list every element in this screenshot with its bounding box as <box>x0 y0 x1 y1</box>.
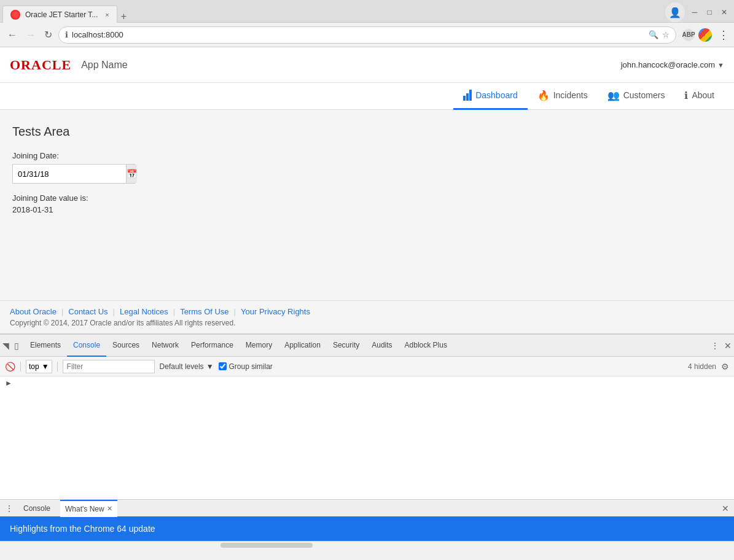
user-dropdown-arrow[interactable]: ▼ <box>717 61 724 69</box>
joining-date-input[interactable] <box>13 167 126 181</box>
address-icons: 🔍 ☆ <box>649 30 670 39</box>
tab-close-button[interactable]: × <box>105 11 109 18</box>
footer-link-terms-of-use[interactable]: Terms Of Use <box>180 307 228 316</box>
default-levels-label: Default levels <box>160 362 204 371</box>
nav-about-label: About <box>692 90 714 100</box>
secure-icon: ℹ <box>65 30 68 39</box>
abp-extension[interactable]: ABP <box>682 29 695 41</box>
nav-dashboard-label: Dashboard <box>475 90 518 100</box>
devtools-tab-console[interactable]: Console <box>67 335 106 357</box>
devtools-more-button[interactable]: ⋮ <box>711 341 719 351</box>
bottom-tab-whats-new[interactable]: What's New ✕ <box>60 500 117 517</box>
sep2: | <box>113 307 115 316</box>
close-button[interactable]: ✕ <box>719 7 729 17</box>
search-icon[interactable]: 🔍 <box>649 30 658 39</box>
url-display: localhost:8000 <box>72 30 645 39</box>
devtools-panel: ◥ ▯ Elements Console Sources Network Per… <box>0 333 734 499</box>
bar2 <box>466 93 469 101</box>
footer-link-about-oracle[interactable]: About Oracle <box>10 307 57 316</box>
user-profile-button[interactable]: 👤 <box>665 2 685 22</box>
address-bar-row: ← → ↻ ℹ localhost:8000 🔍 ☆ ABP ⋮ <box>0 23 734 47</box>
tab-bar: Oracle JET Starter T... × + 👤 ─ □ ✕ <box>0 0 734 22</box>
inspect-element-icon[interactable]: ◥ <box>2 341 9 351</box>
tab-title: Oracle JET Starter T... <box>25 10 98 19</box>
devtools-more-controls: ⋮ ✕ <box>711 341 732 351</box>
devtools-tab-performance[interactable]: Performance <box>185 335 240 357</box>
bottom-tab-console[interactable]: Console <box>18 500 55 517</box>
bottom-console-label: Console <box>23 504 50 513</box>
devtools-tab-elements[interactable]: Elements <box>24 335 67 357</box>
context-value: top <box>29 362 39 371</box>
forward-button[interactable]: → <box>23 28 38 42</box>
highlight-bar: Highlights from the Chrome 64 update <box>0 516 734 541</box>
console-caret[interactable]: ► <box>0 376 734 390</box>
calendar-button[interactable]: 📅 <box>126 165 137 183</box>
bottom-scrollbar[interactable] <box>0 541 734 548</box>
devtools-tab-bar: ◥ ▯ Elements Console Sources Network Per… <box>0 335 734 357</box>
section-title: Tests Area <box>12 125 722 139</box>
new-tab-button[interactable]: + <box>117 11 130 22</box>
devtools-toolbar: 🚫 top ▼ Default levels ▼ Group similar 4… <box>0 357 734 376</box>
devtools-bottom-close-button[interactable]: ✕ <box>722 504 729 513</box>
devtools-tab-adblock[interactable]: Adblock Plus <box>399 335 453 357</box>
group-similar-checkbox[interactable] <box>219 362 227 370</box>
context-dropdown-arrow: ▼ <box>42 362 49 371</box>
sep3: | <box>173 307 175 316</box>
date-value-label: Joining Date value is: <box>12 193 722 203</box>
minimize-button[interactable]: ─ <box>690 7 700 17</box>
window-controls: 👤 ─ □ ✕ <box>665 2 729 22</box>
about-icon: ℹ <box>684 90 688 101</box>
reload-button[interactable]: ↻ <box>42 28 55 42</box>
nav-item-incidents[interactable]: 🔥 Incidents <box>528 83 598 110</box>
app-header: ORACLE App Name john.hancock@oracle.com … <box>0 47 734 83</box>
clear-console-button[interactable]: 🚫 <box>5 362 15 371</box>
toolbar-separator-2 <box>57 362 58 371</box>
devtools-tab-sources[interactable]: Sources <box>106 335 146 357</box>
back-button[interactable]: ← <box>5 28 20 42</box>
devtools-tab-memory[interactable]: Memory <box>240 335 278 357</box>
bottom-tab-close-button[interactable]: ✕ <box>107 505 112 513</box>
browser-menu-button[interactable]: ⋮ <box>718 28 729 42</box>
footer-link-contact-us[interactable]: Contact Us <box>68 307 107 316</box>
dashboard-icon <box>463 90 472 101</box>
sep1: | <box>61 307 63 316</box>
devtools-tab-security[interactable]: Security <box>327 335 365 357</box>
nav-item-about[interactable]: ℹ About <box>674 83 724 110</box>
context-selector[interactable]: top ▼ <box>26 360 52 373</box>
highlight-text: Highlights from the Chrome 64 update <box>10 524 155 534</box>
console-filter-input[interactable] <box>63 360 155 373</box>
chrome-extension[interactable] <box>698 28 712 42</box>
devtools-tab-audits[interactable]: Audits <box>365 335 398 357</box>
oracle-logo: ORACLE App Name <box>10 57 128 73</box>
settings-icon[interactable]: ⚙ <box>721 362 729 371</box>
hidden-count-display: 4 hidden <box>688 362 716 371</box>
default-levels-selector[interactable]: Default levels ▼ <box>160 362 214 371</box>
scrollbar-thumb[interactable] <box>221 543 313 548</box>
address-bar[interactable]: ℹ localhost:8000 🔍 ☆ <box>58 26 676 44</box>
device-toggle-icon[interactable]: ▯ <box>14 341 19 351</box>
bar1 <box>463 96 466 101</box>
devtools-bottom-more-button[interactable]: ⋮ <box>5 504 14 513</box>
browser-tab[interactable]: Oracle JET Starter T... × <box>2 6 117 23</box>
extension-icons: ABP <box>680 28 714 42</box>
footer-copyright: Copyright © 2014, 2017 Oracle and/or its… <box>10 319 724 327</box>
devtools-tab-network[interactable]: Network <box>146 335 185 357</box>
sep4: | <box>234 307 236 316</box>
customers-icon: 👥 <box>607 90 620 101</box>
bookmark-icon[interactable]: ☆ <box>662 30 670 39</box>
maximize-button[interactable]: □ <box>705 7 714 17</box>
devtools-tab-application[interactable]: Application <box>278 335 327 357</box>
nav-item-dashboard[interactable]: Dashboard <box>453 83 528 110</box>
main-nav: Dashboard 🔥 Incidents 👥 Customers ℹ Abou… <box>0 83 734 110</box>
joining-date-label: Joining Date: <box>12 151 722 160</box>
nav-item-customers[interactable]: 👥 Customers <box>598 83 675 110</box>
footer-links: About Oracle | Contact Us | Legal Notice… <box>10 307 724 316</box>
footer-link-privacy-rights[interactable]: Your Privacy Rights <box>241 307 310 316</box>
oracle-brand-text: ORACLE <box>10 57 71 73</box>
footer-link-legal-notices[interactable]: Legal Notices <box>120 307 168 316</box>
nav-customers-label: Customers <box>623 90 665 100</box>
tab-favicon <box>10 10 20 20</box>
devtools-close-button[interactable]: ✕ <box>724 341 732 351</box>
header-right: john.hancock@oracle.com ▼ <box>621 60 724 69</box>
user-email-display: john.hancock@oracle.com <box>621 60 715 69</box>
